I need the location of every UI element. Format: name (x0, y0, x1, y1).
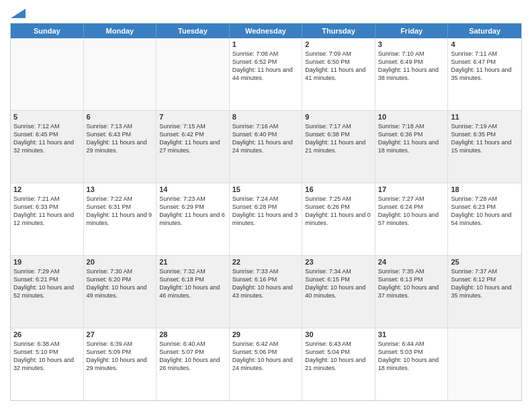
calendar-cell: 4Sunrise: 7:11 AM Sunset: 6:47 PM Daylig… (448, 38, 521, 110)
logo (10, 10, 26, 17)
cell-text: Sunrise: 7:30 AM Sunset: 6:20 PM Dayligh… (87, 267, 154, 300)
day-number: 12 (13, 185, 81, 193)
calendar-cell: 15Sunrise: 7:24 AM Sunset: 6:28 PM Dayli… (230, 183, 303, 255)
calendar-cell: 18Sunrise: 7:28 AM Sunset: 6:23 PM Dayli… (448, 183, 521, 255)
cell-text: Sunrise: 7:09 AM Sunset: 6:50 PM Dayligh… (305, 50, 372, 83)
cell-text: Sunrise: 6:39 AM Sunset: 5:09 PM Dayligh… (87, 340, 154, 373)
day-number: 9 (305, 113, 372, 121)
svg-marker-0 (11, 9, 26, 18)
logo-icon (11, 9, 26, 19)
calendar-cell: 6Sunrise: 7:13 AM Sunset: 6:43 PM Daylig… (84, 111, 157, 183)
cell-text: Sunrise: 7:15 AM Sunset: 6:42 PM Dayligh… (159, 122, 226, 155)
cell-text: Sunrise: 7:22 AM Sunset: 6:31 PM Dayligh… (87, 195, 154, 228)
day-number: 25 (451, 258, 519, 266)
calendar-cell: 9Sunrise: 7:17 AM Sunset: 6:38 PM Daylig… (302, 111, 375, 183)
calendar-cell: 2Sunrise: 7:09 AM Sunset: 6:50 PM Daylig… (302, 38, 375, 110)
calendar-cell: 25Sunrise: 7:37 AM Sunset: 6:12 PM Dayli… (448, 256, 521, 328)
calendar-header: SundayMondayTuesdayWednesdayThursdayFrid… (11, 24, 521, 38)
day-number: 1 (232, 40, 300, 48)
day-number: 22 (232, 258, 300, 266)
calendar-cell: 7Sunrise: 7:15 AM Sunset: 6:42 PM Daylig… (157, 111, 230, 183)
calendar-cell (448, 328, 521, 400)
day-number: 2 (305, 40, 372, 48)
day-number: 20 (87, 258, 154, 266)
day-number: 18 (451, 185, 519, 193)
calendar-cell: 14Sunrise: 7:23 AM Sunset: 6:29 PM Dayli… (157, 183, 230, 255)
header-day-sunday: Sunday (11, 24, 84, 38)
cell-text: Sunrise: 7:27 AM Sunset: 6:24 PM Dayligh… (378, 195, 445, 228)
calendar-cell: 13Sunrise: 7:22 AM Sunset: 6:31 PM Dayli… (84, 183, 157, 255)
cell-text: Sunrise: 7:11 AM Sunset: 6:47 PM Dayligh… (451, 50, 519, 83)
cell-text: Sunrise: 7:13 AM Sunset: 6:43 PM Dayligh… (87, 122, 154, 155)
day-number: 15 (232, 185, 300, 193)
calendar-row: 5Sunrise: 7:12 AM Sunset: 6:45 PM Daylig… (11, 111, 521, 183)
calendar-cell: 1Sunrise: 7:08 AM Sunset: 6:52 PM Daylig… (230, 38, 303, 110)
cell-text: Sunrise: 7:37 AM Sunset: 6:12 PM Dayligh… (451, 267, 519, 300)
day-number: 31 (378, 330, 445, 338)
calendar-cell: 24Sunrise: 7:35 AM Sunset: 6:13 PM Dayli… (375, 256, 449, 328)
calendar-cell: 28Sunrise: 6:40 AM Sunset: 5:07 PM Dayli… (157, 328, 230, 400)
day-number: 5 (13, 113, 81, 121)
cell-text: Sunrise: 7:19 AM Sunset: 6:35 PM Dayligh… (451, 122, 519, 155)
calendar-cell: 31Sunrise: 6:44 AM Sunset: 5:03 PM Dayli… (375, 328, 449, 400)
day-number: 7 (159, 113, 226, 121)
header-day-saturday: Saturday (448, 24, 521, 38)
day-number: 23 (305, 258, 372, 266)
calendar-cell: 29Sunrise: 6:42 AM Sunset: 5:06 PM Dayli… (230, 328, 303, 400)
day-number: 10 (378, 113, 445, 121)
calendar-cell (11, 38, 84, 110)
cell-text: Sunrise: 6:42 AM Sunset: 5:06 PM Dayligh… (232, 340, 300, 373)
cell-text: Sunrise: 7:34 AM Sunset: 6:15 PM Dayligh… (305, 267, 372, 300)
day-number: 11 (451, 113, 519, 121)
day-number: 16 (305, 185, 372, 193)
day-number: 13 (87, 185, 154, 193)
day-number: 29 (232, 330, 300, 338)
calendar-cell: 10Sunrise: 7:18 AM Sunset: 6:36 PM Dayli… (375, 111, 449, 183)
day-number: 26 (13, 330, 81, 338)
cell-text: Sunrise: 7:35 AM Sunset: 6:13 PM Dayligh… (378, 267, 445, 300)
day-number: 27 (87, 330, 154, 338)
day-number: 30 (305, 330, 372, 338)
cell-text: Sunrise: 7:32 AM Sunset: 6:18 PM Dayligh… (159, 267, 226, 300)
cell-text: Sunrise: 7:29 AM Sunset: 6:21 PM Dayligh… (13, 267, 81, 300)
calendar-cell: 30Sunrise: 6:43 AM Sunset: 5:04 PM Dayli… (302, 328, 375, 400)
day-number: 14 (159, 185, 226, 193)
header-day-wednesday: Wednesday (230, 24, 303, 38)
calendar-cell: 5Sunrise: 7:12 AM Sunset: 6:45 PM Daylig… (11, 111, 84, 183)
calendar-cell: 11Sunrise: 7:19 AM Sunset: 6:35 PM Dayli… (448, 111, 521, 183)
day-number: 19 (13, 258, 81, 266)
calendar-cell: 23Sunrise: 7:34 AM Sunset: 6:15 PM Dayli… (302, 256, 375, 328)
calendar-row: 26Sunrise: 6:38 AM Sunset: 5:10 PM Dayli… (11, 328, 521, 400)
page: SundayMondayTuesdayWednesdayThursdayFrid… (0, 0, 532, 411)
calendar-row: 1Sunrise: 7:08 AM Sunset: 6:52 PM Daylig… (11, 38, 521, 111)
day-number: 8 (232, 113, 300, 121)
day-number: 21 (159, 258, 226, 266)
cell-text: Sunrise: 7:21 AM Sunset: 6:33 PM Dayligh… (13, 195, 81, 228)
calendar-row: 19Sunrise: 7:29 AM Sunset: 6:21 PM Dayli… (11, 256, 521, 328)
cell-text: Sunrise: 7:24 AM Sunset: 6:28 PM Dayligh… (232, 195, 300, 228)
header (10, 10, 522, 17)
calendar: SundayMondayTuesdayWednesdayThursdayFrid… (10, 23, 522, 401)
header-day-tuesday: Tuesday (157, 24, 230, 38)
calendar-cell: 26Sunrise: 6:38 AM Sunset: 5:10 PM Dayli… (11, 328, 84, 400)
header-day-monday: Monday (84, 24, 157, 38)
cell-text: Sunrise: 7:28 AM Sunset: 6:23 PM Dayligh… (451, 195, 519, 228)
calendar-cell: 17Sunrise: 7:27 AM Sunset: 6:24 PM Dayli… (375, 183, 449, 255)
cell-text: Sunrise: 6:44 AM Sunset: 5:03 PM Dayligh… (378, 340, 445, 373)
cell-text: Sunrise: 7:23 AM Sunset: 6:29 PM Dayligh… (159, 195, 226, 228)
calendar-row: 12Sunrise: 7:21 AM Sunset: 6:33 PM Dayli… (11, 183, 521, 256)
cell-text: Sunrise: 6:43 AM Sunset: 5:04 PM Dayligh… (305, 340, 372, 373)
cell-text: Sunrise: 7:16 AM Sunset: 6:40 PM Dayligh… (232, 122, 300, 155)
cell-text: Sunrise: 6:38 AM Sunset: 5:10 PM Dayligh… (13, 340, 81, 373)
cell-text: Sunrise: 7:33 AM Sunset: 6:16 PM Dayligh… (232, 267, 300, 300)
calendar-cell (84, 38, 157, 110)
calendar-cell: 12Sunrise: 7:21 AM Sunset: 6:33 PM Dayli… (11, 183, 84, 255)
calendar-cell: 21Sunrise: 7:32 AM Sunset: 6:18 PM Dayli… (157, 256, 230, 328)
day-number: 28 (159, 330, 226, 338)
cell-text: Sunrise: 7:17 AM Sunset: 6:38 PM Dayligh… (305, 122, 372, 155)
calendar-cell: 19Sunrise: 7:29 AM Sunset: 6:21 PM Dayli… (11, 256, 84, 328)
calendar-cell: 20Sunrise: 7:30 AM Sunset: 6:20 PM Dayli… (84, 256, 157, 328)
cell-text: Sunrise: 7:08 AM Sunset: 6:52 PM Dayligh… (232, 50, 300, 83)
cell-text: Sunrise: 7:10 AM Sunset: 6:49 PM Dayligh… (378, 50, 445, 83)
cell-text: Sunrise: 7:18 AM Sunset: 6:36 PM Dayligh… (378, 122, 445, 155)
